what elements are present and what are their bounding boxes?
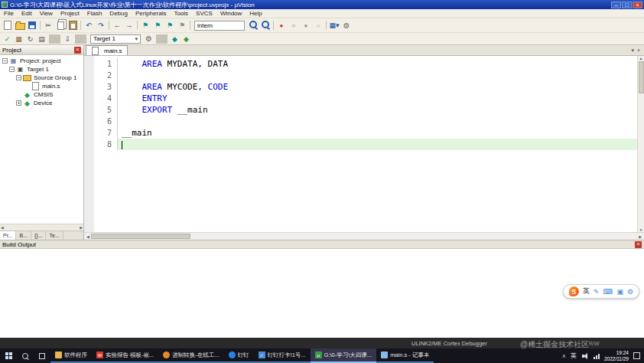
rebuild-button[interactable]: ↻ [24, 34, 36, 44]
editor-hscrollbar[interactable]: ◀ ▶ [84, 232, 644, 240]
taskbar-item-dingtalk-note[interactable]: ✓ 钉钉打卡!1号... [254, 348, 311, 363]
manage-rte-button[interactable]: ◆ [169, 34, 181, 44]
sogou-logo-icon[interactable]: S [569, 286, 579, 296]
scroll-down-icon[interactable]: ▼ [639, 227, 643, 232]
volume-icon[interactable] [581, 352, 589, 360]
expand-toggle-icon[interactable] [24, 83, 30, 89]
project-hscrollbar[interactable]: ◀ ▶ [0, 224, 83, 231]
menu-item[interactable]: Debug [106, 9, 132, 18]
menu-item[interactable]: Edit [18, 9, 36, 18]
batch-build-button[interactable]: ▤ [36, 34, 47, 44]
menu-item[interactable]: Help [246, 9, 265, 18]
scroll-left-icon[interactable]: ◀ [85, 234, 91, 239]
hscroll-thumb[interactable] [91, 234, 190, 239]
tab-main-s[interactable]: main.s [86, 45, 128, 55]
tree-item-source-group[interactable]: Source Group 1 [0, 74, 83, 82]
tree-item-device[interactable]: ◆ Device [0, 99, 83, 107]
expand-toggle-icon[interactable] [2, 58, 8, 64]
maximize-button[interactable]: □ [622, 2, 632, 8]
action-center-icon[interactable] [633, 352, 640, 359]
expand-toggle-icon[interactable] [9, 67, 15, 72]
task-view-button[interactable] [34, 348, 50, 363]
tray-clock[interactable]: 19:24 2022/11/29 [604, 350, 629, 361]
network-icon[interactable] [594, 353, 600, 359]
target-options-button[interactable]: ⚙ [143, 34, 154, 44]
editor-vscrollbar[interactable]: ▲ ▼ [637, 56, 644, 232]
handwriting-icon[interactable]: ✎ [594, 288, 600, 296]
insert-breakpoint-button[interactable]: ● [275, 20, 288, 31]
menu-item[interactable]: Peripherals [132, 9, 170, 18]
panel-tab-project[interactable]: Pr... [0, 231, 16, 240]
menu-item[interactable]: Tools [170, 9, 192, 18]
code-line[interactable]: 2 [84, 70, 637, 81]
tray-expand-icon[interactable]: ∧ [562, 353, 566, 359]
toolbox-icon[interactable]: ⚙ [627, 288, 633, 296]
code-line[interactable]: 5 EXPORT __main [84, 104, 637, 116]
expand-toggle-icon[interactable] [16, 100, 21, 106]
menu-item[interactable]: SVCS [192, 9, 216, 18]
copy-button[interactable] [54, 20, 67, 31]
tab-close-icon[interactable]: × [637, 47, 640, 54]
start-button[interactable] [0, 348, 17, 363]
close-button[interactable]: × [633, 2, 642, 8]
taskbar-item-uvision[interactable]: µ G:\0-学习\大四课... [311, 348, 377, 363]
scroll-right-icon[interactable]: ▶ [80, 225, 83, 230]
find-in-files-button[interactable] [259, 20, 272, 31]
panel-tab-templates[interactable]: Te... [46, 231, 63, 240]
configure-button[interactable]: ⚙ [340, 20, 353, 31]
taskbar-item-dingtalk[interactable]: 钉钉 [224, 348, 254, 363]
scroll-up-icon[interactable]: ▲ [639, 56, 643, 60]
tree-item-target1[interactable]: ▣ Target 1 [0, 65, 83, 74]
disable-all-breakpoints-button[interactable]: ● [300, 20, 312, 31]
taskbar-item-notepad[interactable]: main.s - 记事本 [376, 348, 434, 363]
scroll-left-icon[interactable]: ◀ [1, 225, 4, 230]
hscroll-track[interactable] [91, 234, 637, 240]
open-file-button[interactable] [14, 20, 26, 31]
code-line[interactable]: 8 [84, 139, 637, 150]
new-file-button[interactable] [2, 20, 14, 31]
taskbar-item-wps[interactable]: W 实验报告 模板-嵌... [92, 348, 158, 363]
code-line[interactable]: 1 AREA MYDATA, DATA [84, 58, 637, 70]
menu-item[interactable]: Project [57, 9, 83, 18]
panel-tab-functions[interactable]: {}... [31, 231, 47, 240]
keyboard-icon[interactable]: ⌨ [603, 288, 613, 296]
expand-toggle-icon[interactable] [16, 92, 21, 97]
save-button[interactable] [26, 20, 38, 31]
manage-packs-button[interactable]: ◆ [181, 34, 192, 44]
editor-body[interactable]: 1 AREA MYDATA, DATA23 AREA MYCODE, CODE4… [84, 56, 644, 232]
code-line[interactable]: 6 [84, 116, 637, 127]
bookmark-prev-button[interactable]: ⚑ [151, 20, 164, 31]
vscroll-thumb[interactable] [639, 61, 644, 93]
bookmark-toggle-button[interactable]: ⚑ [139, 20, 151, 31]
tree-item-project[interactable]: ▦ Project: project [0, 57, 83, 65]
navigate-back-button[interactable]: ← [111, 20, 123, 31]
redo-button[interactable]: ↷ [95, 20, 107, 31]
find-button[interactable] [247, 20, 259, 31]
build-output-close-icon[interactable]: × [635, 241, 642, 248]
menu-item[interactable]: View [36, 9, 57, 18]
window-layout-button[interactable]: ▦▾ [328, 20, 340, 31]
code-line[interactable]: 7__main [84, 127, 637, 139]
download-button[interactable]: ⇩ [62, 34, 73, 44]
scroll-right-icon[interactable]: ▶ [637, 234, 643, 239]
tab-list-icon[interactable]: ▾ [631, 47, 634, 54]
project-panel-close-icon[interactable]: × [74, 47, 81, 54]
paste-button[interactable] [67, 20, 79, 31]
taskbar-item-explorer[interactable]: 软件程序 [50, 348, 92, 363]
input-language-indicator[interactable]: 英 [571, 352, 577, 360]
build-button[interactable]: ▦ [13, 34, 24, 44]
bookmark-next-button[interactable]: ⚑ [164, 20, 176, 31]
expand-toggle-icon[interactable] [16, 75, 21, 80]
code-line[interactable]: 4 ENTRY [84, 93, 637, 104]
bookmark-clear-button[interactable]: ⚑ [176, 20, 188, 31]
panel-tab-books[interactable]: B... [16, 231, 31, 240]
target-select[interactable]: Target 1 ▾ [90, 34, 141, 44]
tree-item-main-s[interactable]: main.s [0, 82, 83, 90]
ime-mode-toggle[interactable]: 英 [583, 286, 590, 296]
minimize-button[interactable]: – [611, 2, 621, 8]
disable-breakpoint-button[interactable]: ○ [288, 20, 300, 31]
tree-item-cmsis[interactable]: ◆ CMSIS [0, 90, 83, 99]
taskbar-item-browser[interactable]: 进制转换-在线工... [158, 348, 223, 363]
cut-button[interactable]: ✂ [42, 20, 54, 31]
undo-button[interactable]: ↶ [83, 20, 95, 31]
